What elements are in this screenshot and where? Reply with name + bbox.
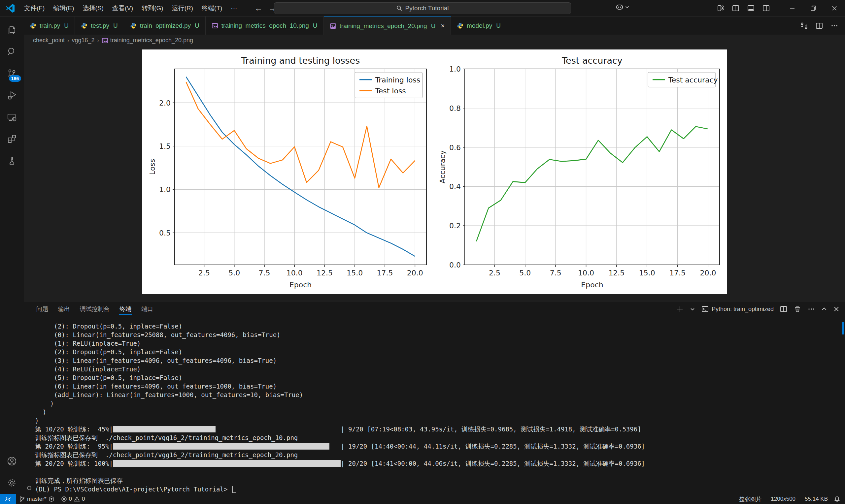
close-window-button[interactable] xyxy=(824,0,845,17)
breadcrumb-label: check_point xyxy=(33,37,65,44)
customize-layout-icon[interactable] xyxy=(714,0,727,17)
tab-modified-badge: U xyxy=(195,22,199,29)
git-branch-icon xyxy=(19,496,25,502)
restore-button[interactable] xyxy=(803,0,824,17)
close-panel-icon[interactable] xyxy=(833,306,840,312)
menu-item-8[interactable]: ··· xyxy=(226,3,241,14)
svg-text:20.0: 20.0 xyxy=(700,269,716,277)
testing-icon[interactable] xyxy=(0,150,24,172)
svg-text:0.8: 0.8 xyxy=(449,104,461,112)
svg-text:Test accuracy: Test accuracy xyxy=(668,76,718,84)
tab-modified-badge: U xyxy=(496,22,501,29)
terminal-line: (1): ReLU(inplace=True) xyxy=(35,339,845,348)
breadcrumb-item-training_metrics_epoch_20.png[interactable]: training_metrics_epoch_20.png xyxy=(102,37,193,44)
terminal-line: ) xyxy=(35,408,845,416)
svg-text:1.0: 1.0 xyxy=(449,65,461,73)
terminal-line: (2): Dropout(p=0.5, inplace=False) xyxy=(35,348,845,356)
editor-column: train.pyUtest.pyUtrain_optimized.pyUtrai… xyxy=(24,17,845,494)
source-control-icon[interactable]: 186 xyxy=(0,63,24,85)
image-file-size[interactable]: 55.14 KB xyxy=(802,494,831,504)
breadcrumb-item-check_point[interactable]: check_point xyxy=(33,37,65,44)
terminal-scrollbar[interactable] xyxy=(842,322,844,335)
svg-text:17.5: 17.5 xyxy=(376,269,393,277)
tab-training_metrics_epoch_10.png[interactable]: training_metrics_epoch_10.pngU xyxy=(206,17,324,35)
svg-text:15.0: 15.0 xyxy=(347,269,363,277)
terminal-line: (4): ReLU(inplace=True) xyxy=(35,365,845,373)
tab-train.py[interactable]: train.pyU xyxy=(24,17,75,35)
notifications-bell-icon[interactable] xyxy=(834,496,840,502)
menu-item-4[interactable]: 查看(V) xyxy=(108,2,137,15)
kill-terminal-icon[interactable] xyxy=(793,305,802,313)
search-icon xyxy=(397,5,402,11)
tab-training_metrics_epoch_20.png[interactable]: training_metrics_epoch_20.pngU× xyxy=(324,17,451,35)
split-editor-icon[interactable] xyxy=(815,22,823,30)
chevron-down-icon xyxy=(625,5,630,9)
minimize-button[interactable] xyxy=(781,0,803,17)
run-debug-icon[interactable] xyxy=(0,85,24,106)
search-sidebar-icon[interactable] xyxy=(0,41,24,63)
svg-text:5.0: 5.0 xyxy=(519,269,531,277)
git-branch-item[interactable]: master* xyxy=(16,494,58,504)
menu-item-2[interactable]: 编辑(E) xyxy=(49,2,78,15)
toggle-panel-icon[interactable] xyxy=(744,0,758,17)
panel-tab-调试控制台[interactable]: 调试控制台 xyxy=(76,303,113,316)
breadcrumb-item-vgg16_2[interactable]: vgg16_2 xyxy=(72,37,94,44)
terminal-instance[interactable]: Python: train_optimized xyxy=(701,305,774,313)
python-file-icon xyxy=(457,22,463,29)
tab-bar: train.pyUtest.pyUtrain_optimized.pyUtrai… xyxy=(24,17,845,35)
account-icon[interactable] xyxy=(0,450,24,472)
svg-text:2.5: 2.5 xyxy=(198,269,210,277)
toggle-secondary-sidebar-icon[interactable] xyxy=(759,0,773,17)
extensions-icon[interactable] xyxy=(0,128,24,150)
tab-test.py[interactable]: test.pyU xyxy=(75,17,124,35)
toggle-sidebar-icon[interactable] xyxy=(729,0,743,17)
menu-item-6[interactable]: 运行(R) xyxy=(168,2,197,15)
svg-text:2.5: 2.5 xyxy=(489,269,500,277)
svg-text:10.0: 10.0 xyxy=(578,269,594,277)
terminal-dropdown-icon[interactable] xyxy=(690,306,695,312)
svg-text:Epoch: Epoch xyxy=(289,281,311,289)
python-file-icon xyxy=(30,22,36,29)
terminal-line: (0): Linear(in_features=25088, out_featu… xyxy=(35,330,845,339)
menu-item-5[interactable]: 转到(G) xyxy=(137,2,168,15)
remote-indicator[interactable] xyxy=(0,494,16,504)
tab-train_optimized.py[interactable]: train_optimized.pyU xyxy=(124,17,206,35)
tab-modified-badge: U xyxy=(64,22,69,29)
panel-tab-输出[interactable]: 输出 xyxy=(55,303,73,316)
command-center[interactable]: Pytorch Tutorial xyxy=(274,2,571,14)
menu-item-1[interactable]: 文件(F) xyxy=(20,2,49,15)
training-metrics-image: 2.55.07.510.012.515.017.520.00.51.01.52.… xyxy=(142,50,727,294)
close-tab-icon[interactable]: × xyxy=(441,22,445,30)
tab-model.py[interactable]: model.pyU xyxy=(451,17,507,35)
maximize-panel-icon[interactable] xyxy=(821,306,827,312)
remote-explorer-icon[interactable] xyxy=(0,106,24,128)
errors-icon xyxy=(61,496,67,502)
breadcrumb-separator: › xyxy=(67,38,69,43)
panel-tab-终端[interactable]: 终端 xyxy=(116,303,135,316)
explorer-icon[interactable] xyxy=(0,19,24,41)
svg-text:12.5: 12.5 xyxy=(317,269,333,277)
menu-item-7[interactable]: 终端(T) xyxy=(197,2,226,15)
terminal-line: (add_Linear): Linear(in_features=1000, o… xyxy=(35,391,845,399)
svg-text:0.4: 0.4 xyxy=(449,182,461,191)
copilot-menu[interactable] xyxy=(616,3,630,11)
image-file-icon xyxy=(212,22,218,29)
image-selection-label[interactable]: 整张图片 xyxy=(736,494,765,504)
tab-label: training_metrics_epoch_10.png xyxy=(222,22,309,29)
menu-item-3[interactable]: 选择(S) xyxy=(78,2,108,15)
new-terminal-icon[interactable] xyxy=(676,305,684,313)
more-actions-icon[interactable] xyxy=(830,22,839,30)
breadcrumb[interactable]: check_point›vgg16_2›training_metrics_epo… xyxy=(24,35,845,46)
image-dimensions[interactable]: 1200x500 xyxy=(768,494,799,504)
svg-text:7.5: 7.5 xyxy=(259,269,270,277)
svg-text:10.0: 10.0 xyxy=(286,269,302,277)
terminal-output[interactable]: (2): Dropout(p=0.5, inplace=False) (0): … xyxy=(24,316,845,494)
split-terminal-icon[interactable] xyxy=(780,305,788,313)
problems-item[interactable]: 0 0 xyxy=(58,494,88,504)
panel-tab-端口[interactable]: 端口 xyxy=(138,303,156,316)
settings-gear-icon[interactable] xyxy=(0,472,24,494)
panel-more-icon[interactable] xyxy=(807,305,815,313)
back-arrow-icon[interactable]: ← xyxy=(254,4,262,13)
open-changes-icon[interactable] xyxy=(800,22,808,30)
panel-tab-问题[interactable]: 问题 xyxy=(33,303,52,316)
